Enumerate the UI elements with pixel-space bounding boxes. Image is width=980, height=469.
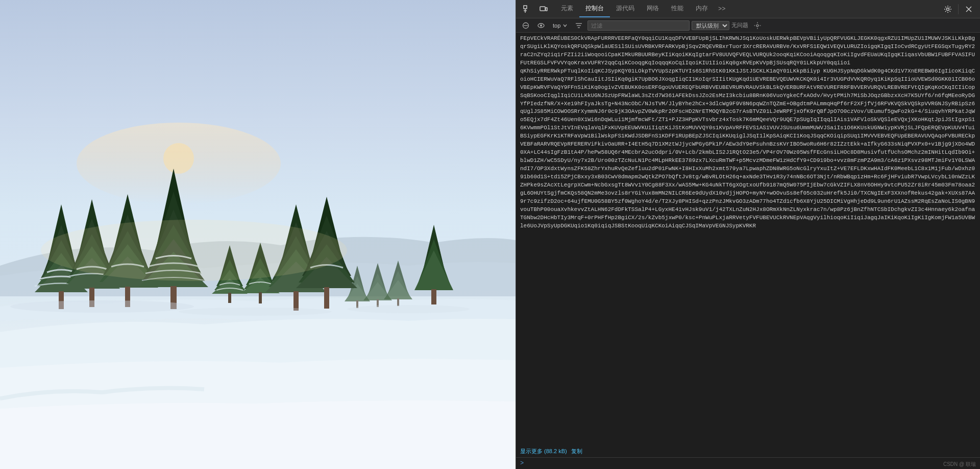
- top-filter-btn[interactable]: top: [550, 21, 570, 30]
- svg-rect-15: [397, 298, 399, 306]
- svg-point-82: [540, 25, 542, 27]
- svg-rect-66: [431, 289, 436, 304]
- toolbar-divider: [958, 4, 959, 14]
- inspect-element-btn[interactable]: [520, 2, 534, 16]
- console-toolbar: top 默认级别 无问题: [516, 18, 980, 33]
- toolbar-right: [941, 2, 976, 16]
- close-devtools-btn[interactable]: [962, 2, 976, 16]
- image-panel: [0, 0, 516, 469]
- tab-source[interactable]: 源代码: [610, 1, 641, 17]
- tab-more-btn[interactable]: >>: [714, 1, 729, 17]
- show-more-link[interactable]: 显示更多 (88.2 kB): [520, 448, 567, 455]
- winter-scene-svg: [0, 0, 516, 469]
- console-footer: 显示更多 (88.2 kB) 复制: [516, 447, 980, 457]
- clear-console-btn[interactable]: [519, 21, 532, 30]
- watermark: CSDN @ 联瑞: [943, 461, 976, 468]
- devtools-toolbar: 元素 控制台 源代码 网络 性能 内存 >>: [516, 0, 980, 18]
- svg-point-69: [347, 305, 470, 313]
- tab-memory[interactable]: 内存: [690, 1, 714, 17]
- svg-rect-25: [259, 292, 262, 303]
- filter-input[interactable]: [587, 20, 690, 31]
- svg-point-68: [179, 308, 332, 316]
- device-toggle-btn[interactable]: [536, 2, 551, 16]
- console-input-line: >: [516, 457, 980, 469]
- console-text: FEpVECkVRARÉUBES0CkVRApFURRRVEERFaQY0qqi…: [520, 35, 975, 229]
- top-label: top: [553, 22, 560, 29]
- svg-point-76: [947, 8, 949, 10]
- devtools-panel: 元素 控制台 源代码 网络 性能 内存 >>: [516, 0, 980, 469]
- svg-rect-75: [546, 8, 547, 11]
- svg-rect-71: [524, 6, 527, 9]
- scene: [0, 0, 516, 469]
- svg-point-86: [756, 25, 758, 27]
- svg-rect-56: [293, 291, 299, 311]
- tab-performance[interactable]: 性能: [665, 1, 690, 17]
- no-issues-badge: 无问题: [731, 21, 748, 29]
- issues-settings-btn[interactable]: [750, 18, 765, 33]
- svg-rect-74: [540, 7, 545, 11]
- svg-point-67: [10, 300, 194, 313]
- eye-btn[interactable]: [534, 22, 548, 29]
- copy-btn[interactable]: 复制: [571, 448, 582, 455]
- settings-btn[interactable]: [941, 2, 955, 16]
- svg-rect-62: [324, 287, 329, 309]
- console-input[interactable]: [526, 460, 976, 466]
- svg-rect-20: [228, 293, 231, 303]
- tab-elements[interactable]: 元素: [555, 1, 579, 17]
- tab-console[interactable]: 控制台: [579, 1, 610, 17]
- tab-network[interactable]: 网络: [641, 1, 665, 17]
- console-output[interactable]: FEpVECkVRARÉUBES0CkVRApFURRRVEERFaQY0qqi…: [516, 33, 980, 447]
- level-select[interactable]: 默认级别: [692, 21, 729, 30]
- svg-point-2: [163, 143, 194, 174]
- console-prompt: >: [520, 460, 524, 467]
- filter-toggle-btn[interactable]: [572, 21, 585, 30]
- svg-point-70: [41, 220, 347, 281]
